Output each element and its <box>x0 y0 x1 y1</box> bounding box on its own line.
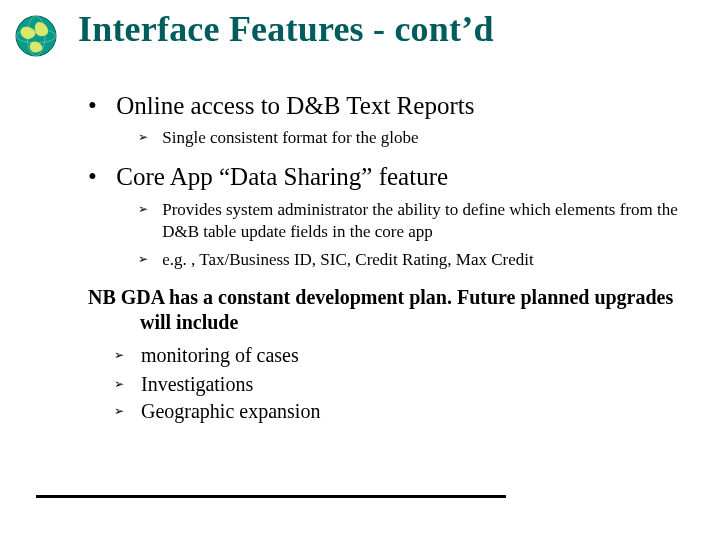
note-text-line2: will include <box>140 310 700 335</box>
bullet-text: Single consistent format for the globe <box>162 127 702 149</box>
bullet-level2: ➢ e.g. , Tax/Business ID, SIC, Credit Ra… <box>138 249 703 271</box>
arrow-icon: ➢ <box>138 127 158 146</box>
bullet-text: Online access to D&B Text Reports <box>116 90 696 121</box>
bullet-level2: ➢ Single consistent format for the globe <box>138 127 703 149</box>
slide-title: Interface Features - cont’d <box>78 8 494 50</box>
bullet-level2: ➢ Provides system administrator the abil… <box>138 199 703 243</box>
globe-icon <box>14 14 58 62</box>
arrow-icon: ➢ <box>114 343 136 363</box>
bullet-text: e.g. , Tax/Business ID, SIC, Credit Rati… <box>162 249 702 271</box>
bullet-text: Provides system administrator the abilit… <box>162 199 702 243</box>
bullet-level2: ➢ monitoring of cases <box>114 343 703 368</box>
arrow-icon: ➢ <box>138 249 158 268</box>
bullet-dot-icon: • <box>88 90 110 121</box>
arrow-icon: ➢ <box>138 199 158 218</box>
bullet-text: monitoring of cases <box>141 343 701 368</box>
note-text-line1: NB GDA has a constant development plan. … <box>88 286 673 308</box>
footer-divider <box>36 495 506 498</box>
bullet-dot-icon: • <box>88 161 110 192</box>
bullet-level2: ➢ Investigations <box>114 372 703 397</box>
slide: Interface Features - cont’d • Online acc… <box>0 0 720 540</box>
bullet-text: Investigations <box>141 372 701 397</box>
bullet-text: Core App “Data Sharing” feature <box>116 161 696 192</box>
bullet-level1: • Online access to D&B Text Reports <box>88 90 703 121</box>
note-paragraph: NB GDA has a constant development plan. … <box>88 285 703 335</box>
arrow-icon: ➢ <box>114 399 136 419</box>
bullet-level2: ➢ Geographic expansion <box>114 399 703 424</box>
bullet-text: Geographic expansion <box>141 399 701 424</box>
slide-body: • Online access to D&B Text Reports ➢ Si… <box>88 78 703 426</box>
bullet-level1: • Core App “Data Sharing” feature <box>88 161 703 192</box>
arrow-icon: ➢ <box>114 372 136 392</box>
